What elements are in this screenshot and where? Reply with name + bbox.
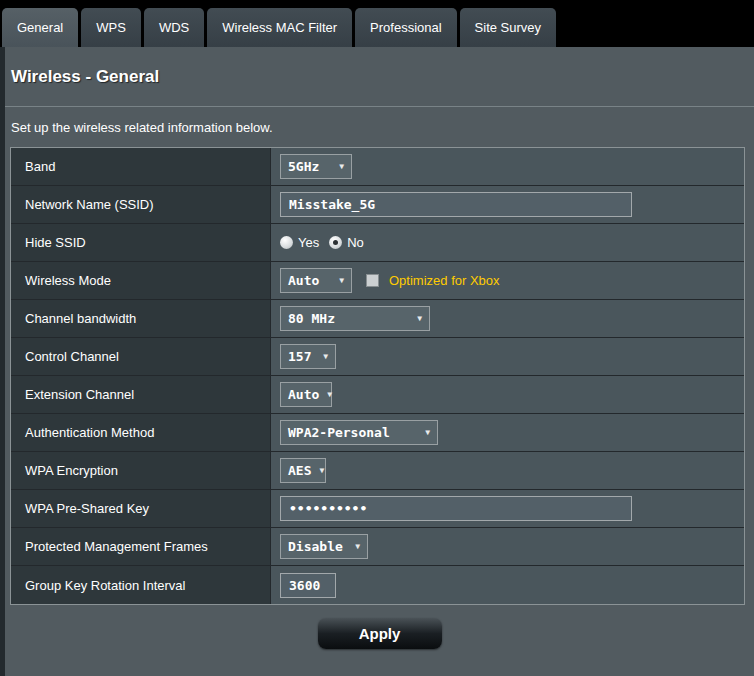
optimized-for-xbox-checkbox[interactable]: [366, 274, 379, 287]
wireless-mode-select-value: Auto: [288, 273, 319, 288]
tab-wds-label: WDS: [159, 20, 189, 35]
chevron-down-icon: ▼: [323, 352, 328, 361]
tab-general-label: General: [17, 20, 63, 35]
wpa-pre-shared-key-label: WPA Pre-Shared Key: [11, 490, 271, 527]
channel-bandwidth-select[interactable]: 80 MHz ▼: [280, 306, 430, 331]
tab-bar: General WPS WDS Wireless MAC Filter Prof…: [0, 0, 754, 47]
extension-channel-label: Extension Channel: [11, 376, 271, 413]
page-description: Set up the wireless related information …: [5, 107, 754, 147]
tab-general[interactable]: General: [2, 8, 78, 47]
tab-professional-label: Professional: [370, 20, 442, 35]
chevron-down-icon: ▼: [417, 314, 422, 323]
wpa-pre-shared-key-input[interactable]: [280, 496, 632, 521]
extension-channel-select[interactable]: Auto ▼: [280, 382, 332, 407]
protected-management-frames-select-value: Disable: [288, 539, 343, 554]
row-wpa-encryption: WPA Encryption AES ▼: [11, 452, 744, 490]
chevron-down-icon: ▼: [327, 390, 332, 399]
protected-management-frames-select[interactable]: Disable ▼: [280, 534, 368, 559]
chevron-down-icon: ▼: [339, 276, 344, 285]
tab-wps-label: WPS: [96, 20, 126, 35]
apply-button[interactable]: Apply: [318, 618, 442, 649]
wpa-encryption-select[interactable]: AES ▼: [280, 458, 326, 483]
band-select-value: 5GHz: [288, 159, 319, 174]
group-key-rotation-interval-label: Group Key Rotation Interval: [11, 566, 271, 604]
ssid-input[interactable]: [280, 192, 632, 217]
optimized-for-xbox-label: Optimized for Xbox: [389, 273, 500, 288]
tab-wps[interactable]: WPS: [81, 8, 141, 47]
settings-table: Band 5GHz ▼ Network Name (SSID) Hide SSI…: [10, 147, 745, 605]
row-ssid: Network Name (SSID): [11, 186, 744, 224]
authentication-method-label: Authentication Method: [11, 414, 271, 451]
apply-row: Apply: [5, 618, 754, 649]
hide-ssid-no-radio[interactable]: [329, 236, 342, 249]
tab-wds[interactable]: WDS: [144, 8, 204, 47]
chevron-down-icon: ▼: [339, 162, 344, 171]
page-title: Wireless - General: [11, 67, 159, 87]
chevron-down-icon: ▼: [319, 466, 324, 475]
protected-management-frames-label: Protected Management Frames: [11, 528, 271, 565]
row-band: Band 5GHz ▼: [11, 148, 744, 186]
authentication-method-select[interactable]: WPA2-Personal ▼: [280, 420, 438, 445]
hide-ssid-radio-group: Yes No: [280, 235, 364, 250]
row-channel-bandwidth: Channel bandwidth 80 MHz ▼: [11, 300, 744, 338]
wireless-mode-select[interactable]: Auto ▼: [280, 268, 352, 293]
authentication-method-select-value: WPA2-Personal: [288, 425, 390, 440]
tab-professional[interactable]: Professional: [355, 8, 457, 47]
row-wireless-mode: Wireless Mode Auto ▼ Optimized for Xbox: [11, 262, 744, 300]
tab-site-survey-label: Site Survey: [475, 20, 541, 35]
channel-bandwidth-select-value: 80 MHz: [288, 311, 335, 326]
chevron-down-icon: ▼: [355, 542, 360, 551]
wpa-encryption-select-value: AES: [288, 463, 311, 478]
band-label: Band: [11, 148, 271, 185]
tab-wireless-mac-filter-label: Wireless MAC Filter: [222, 20, 337, 35]
control-channel-label: Control Channel: [11, 338, 271, 375]
row-extension-channel: Extension Channel Auto ▼: [11, 376, 744, 414]
title-section: Wireless - General: [5, 47, 754, 107]
hide-ssid-yes-label: Yes: [298, 235, 319, 250]
hide-ssid-yes-radio[interactable]: [280, 236, 293, 249]
band-select[interactable]: 5GHz ▼: [280, 154, 352, 179]
chevron-down-icon: ▼: [425, 428, 430, 437]
extension-channel-select-value: Auto: [288, 387, 319, 402]
tab-wireless-mac-filter[interactable]: Wireless MAC Filter: [207, 8, 352, 47]
tab-site-survey[interactable]: Site Survey: [460, 8, 556, 47]
control-channel-select-value: 157: [288, 349, 311, 364]
wpa-encryption-label: WPA Encryption: [11, 452, 271, 489]
hide-ssid-no-label: No: [347, 235, 364, 250]
row-hide-ssid: Hide SSID Yes No: [11, 224, 744, 262]
row-protected-management-frames: Protected Management Frames Disable ▼: [11, 528, 744, 566]
row-wpa-pre-shared-key: WPA Pre-Shared Key: [11, 490, 744, 528]
hide-ssid-label: Hide SSID: [11, 224, 271, 261]
row-group-key-rotation-interval: Group Key Rotation Interval: [11, 566, 744, 604]
ssid-label: Network Name (SSID): [11, 186, 271, 223]
page-content: Wireless - General Set up the wireless r…: [0, 47, 754, 676]
row-authentication-method: Authentication Method WPA2-Personal ▼: [11, 414, 744, 452]
row-control-channel: Control Channel 157 ▼: [11, 338, 744, 376]
channel-bandwidth-label: Channel bandwidth: [11, 300, 271, 337]
control-channel-select[interactable]: 157 ▼: [280, 344, 336, 369]
wireless-mode-label: Wireless Mode: [11, 262, 271, 299]
group-key-rotation-interval-input[interactable]: [280, 573, 336, 598]
